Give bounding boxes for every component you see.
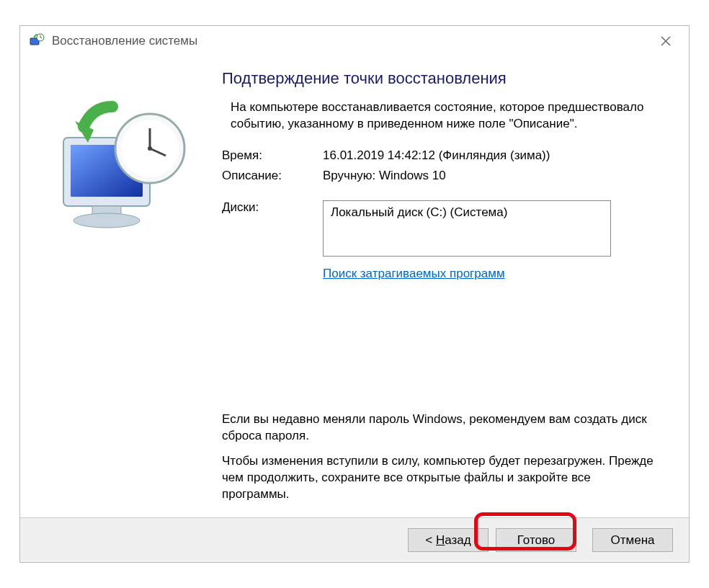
wizard-button-bar: < Назад Готово Отмена: [20, 517, 689, 562]
svg-marker-2: [33, 35, 35, 38]
disks-row: Диски: Локальный диск (C:) (Система): [222, 200, 659, 257]
content-area: Подтверждение точки восстановления На ко…: [20, 56, 689, 517]
time-value: 16.01.2019 14:42:12 (Финляндия (зима)): [323, 148, 659, 163]
close-button[interactable]: [650, 30, 682, 52]
svg-point-9: [73, 213, 140, 228]
intro-text: На компьютере восстанавливается состояни…: [231, 99, 659, 133]
back-button[interactable]: < Назад: [408, 528, 489, 552]
finish-button[interactable]: Готово: [496, 528, 576, 552]
system-restore-icon: [29, 33, 45, 49]
time-row: Время: 16.01.2019 14:42:12 (Финляндия (з…: [222, 148, 659, 163]
system-restore-dialog: Восстановление системы: [19, 25, 690, 563]
scan-affected-programs-link[interactable]: Поиск затрагиваемых программ: [323, 267, 505, 280]
description-label: Описание:: [222, 169, 323, 183]
wizard-main: Подтверждение точки восстановления На ко…: [222, 62, 689, 517]
cancel-button[interactable]: Отмена: [592, 528, 673, 552]
password-reset-note: Если вы недавно меняли пароль Windows, р…: [222, 411, 659, 445]
titlebar: Восстановление системы: [20, 26, 689, 56]
wizard-sidebar: [20, 62, 222, 517]
description-value: Вручную: Windows 10: [323, 169, 659, 183]
window-title: Восстановление системы: [52, 34, 650, 48]
disks-label: Диски:: [222, 200, 323, 257]
restart-warning: Чтобы изменения вступили в силу, компьют…: [222, 453, 659, 503]
description-row: Описание: Вручную: Windows 10: [222, 169, 659, 183]
disks-listbox[interactable]: Локальный диск (C:) (Система): [323, 200, 611, 257]
close-icon: [661, 36, 671, 46]
svg-point-14: [148, 146, 152, 151]
scan-programs-link-row: Поиск затрагиваемых программ: [323, 267, 659, 281]
time-label: Время:: [222, 148, 323, 163]
system-restore-graphic: [49, 98, 200, 249]
disk-item[interactable]: Локальный диск (C:) (Система): [331, 205, 603, 220]
page-heading: Подтверждение точки восстановления: [222, 69, 659, 88]
